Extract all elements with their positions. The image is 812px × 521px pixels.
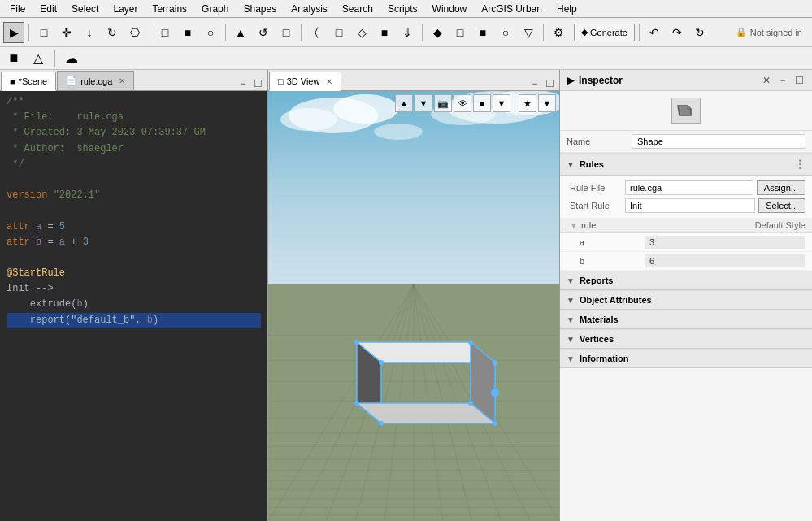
menu-file[interactable]: File [3, 2, 32, 16]
rule-file-input[interactable] [625, 180, 753, 195]
shape-button-row [560, 91, 812, 131]
toolbar-sep-7 [639, 24, 640, 41]
edit-tool-1[interactable]: 〈 [306, 22, 327, 43]
start-rule-label: Start Rule [567, 201, 625, 211]
inspector-body: Name ▼ Rules ⋮ Rule File Assign... Start [560, 91, 812, 521]
menu-select[interactable]: Select [65, 2, 105, 16]
shape-tool-1[interactable]: ▲ [230, 22, 251, 43]
menu-arcgis-urban[interactable]: ArcGIS Urban [475, 2, 549, 16]
vp-dropdown-btn[interactable]: ▼ [415, 94, 432, 112]
vp-render-btn[interactable]: ■ [473, 94, 491, 112]
shape-selector-btn[interactable] [671, 98, 701, 124]
vp-dropdown2-btn[interactable]: ▼ [538, 94, 556, 112]
code-editor[interactable]: /** * File: rule.cga * Created: 3 May 20… [0, 91, 267, 521]
shape-tool-2[interactable]: ↺ [253, 22, 274, 43]
vertices-section-header[interactable]: ▼ Vertices [560, 329, 812, 349]
information-section-label: Information [580, 354, 629, 363]
code-line-2: * File: rule.cga [7, 110, 261, 125]
information-section-header[interactable]: ▼ Information [560, 349, 812, 368]
viewport-minimize-btn[interactable]: − [528, 77, 541, 90]
menu-shapes[interactable]: Shapes [237, 2, 283, 16]
rotate-btn[interactable]: ↻ [102, 22, 123, 43]
viewport-3d[interactable]: ▲ ▼ 📷 👁 ■ ▼ ★ ▼ [268, 91, 559, 521]
view3d-tab-close[interactable]: ✕ [326, 77, 332, 86]
vp-bookmark-btn[interactable]: ★ [519, 94, 536, 112]
rule-tab[interactable]: 📄 rule.cga ✕ [57, 71, 134, 90]
tool-6[interactable]: ◆ [427, 22, 448, 43]
rule-file-label: Rule File [567, 183, 625, 193]
shape-tool-3[interactable]: □ [276, 22, 297, 43]
select-button[interactable]: Select... [758, 198, 805, 213]
object-attrs-section-label: Object Attributes [580, 295, 652, 305]
editor-minimize-btn[interactable]: − [237, 77, 250, 90]
materials-section-header[interactable]: ▼ Materials [560, 310, 812, 329]
rule-tab-icon: 📄 [66, 76, 77, 86]
rule-collapse-icon: ▼ [570, 221, 578, 230]
generate-button[interactable]: ◆ Generate [574, 24, 635, 41]
svg-point-45 [468, 401, 473, 406]
svg-point-42 [493, 360, 497, 365]
object-attrs-section-header[interactable]: ▼ Object Attributes [560, 290, 812, 310]
vp-more-btn[interactable]: ▼ [493, 94, 510, 112]
pan-btn[interactable]: ✜ [56, 22, 77, 43]
zoom-extents-btn[interactable]: □ [33, 22, 54, 43]
main-toolbar: ▶ □ ✜ ↓ ↻ ⎔ □ ■ ○ ▲ ↺ □ 〈 □ ◇ ■ ⇓ ◆ □ ■ … [0, 18, 812, 47]
select-tool-btn[interactable]: ▶ [3, 22, 24, 43]
start-rule-input[interactable] [625, 198, 755, 213]
menu-graph[interactable]: Graph [195, 2, 235, 16]
menu-analysis[interactable]: Analysis [284, 2, 334, 16]
edit-tool-2[interactable]: □ [328, 22, 350, 43]
assign-button[interactable]: Assign... [757, 180, 805, 195]
weather-btn[interactable]: ☁ [61, 48, 82, 69]
edit-tool-5[interactable]: ⇓ [397, 22, 418, 43]
object-attrs-header-left: ▼ Object Attributes [567, 295, 652, 305]
view-btn-2[interactable]: ■ [177, 22, 198, 43]
code-line-6 [7, 172, 261, 188]
redo-btn[interactable]: ↷ [667, 22, 688, 43]
menu-scripts[interactable]: Scripts [381, 2, 424, 16]
vp-camera-btn[interactable]: 📷 [434, 94, 452, 112]
edit-tool-4[interactable]: ■ [374, 22, 395, 43]
edit-tool-3[interactable]: ◇ [351, 22, 372, 43]
inspector-maximize-btn[interactable]: ☐ [792, 74, 805, 87]
reports-section-header[interactable]: ▼ Reports [560, 271, 812, 290]
tool-settings[interactable]: ⚙ [548, 22, 569, 43]
inspector-minimize-btn[interactable]: − [776, 74, 789, 87]
rule-tab-close[interactable]: ✕ [119, 76, 125, 85]
menu-edit[interactable]: Edit [33, 2, 63, 16]
zoom-in-btn[interactable]: ↓ [79, 22, 100, 43]
rules-section-header[interactable]: ▼ Rules ⋮ [560, 153, 812, 176]
vp-view-btn[interactable]: 👁 [454, 94, 471, 112]
vp-nav-btn[interactable]: ▲ [395, 94, 413, 112]
tool-10[interactable]: ▽ [518, 22, 539, 43]
menu-window[interactable]: Window [426, 2, 474, 16]
code-line-5: */ [7, 157, 261, 172]
editor-maximize-btn[interactable]: ☐ [251, 77, 264, 90]
inspector-close-btn[interactable]: ✕ [760, 74, 773, 87]
rules-header-left: ▼ Rules [567, 159, 604, 169]
view3d-tab[interactable]: □ 3D View ✕ [269, 72, 341, 91]
snap-btn[interactable]: ■ [3, 48, 24, 69]
secondary-toolbar: ■ △ ☁ [0, 47, 812, 70]
zoom-out-btn[interactable]: ⎔ [124, 22, 145, 43]
view3d-tab-icon: □ [278, 76, 284, 86]
refresh-btn[interactable]: ↻ [689, 22, 710, 43]
view-btn-3[interactable]: ○ [200, 22, 221, 43]
toolbar-sep-3 [225, 24, 226, 41]
menu-help[interactable]: Help [550, 2, 584, 16]
rules-menu-icon[interactable]: ⋮ [794, 158, 805, 171]
svg-point-40 [354, 340, 359, 345]
tool-9[interactable]: ○ [495, 22, 516, 43]
scene-tab[interactable]: ■ *Scene [1, 72, 56, 91]
undo-btn[interactable]: ↶ [644, 22, 665, 43]
menu-search[interactable]: Search [336, 2, 380, 16]
viewport-maximize-btn[interactable]: ☐ [543, 77, 556, 90]
snap2-btn[interactable]: △ [28, 48, 49, 69]
menu-layer[interactable]: Layer [106, 2, 144, 16]
menu-terrains[interactable]: Terrains [145, 2, 193, 16]
tool-8[interactable]: ■ [472, 22, 493, 43]
name-label: Name [567, 137, 632, 146]
name-input[interactable] [632, 134, 805, 149]
view-btn-1[interactable]: □ [154, 22, 176, 43]
tool-7[interactable]: □ [449, 22, 471, 43]
